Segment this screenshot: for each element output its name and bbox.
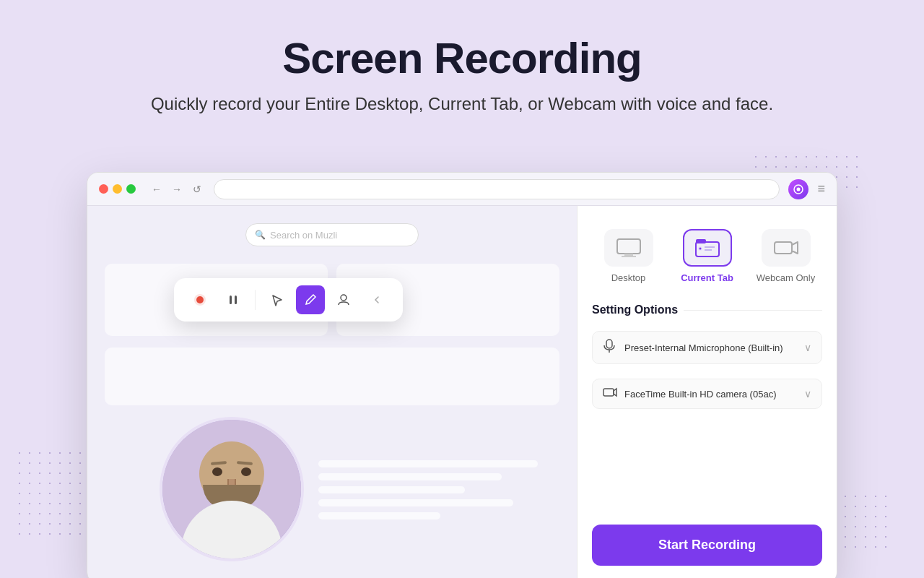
search-icon: 🔍: [255, 230, 266, 240]
camera-setting[interactable]: FaceTime Built-in HD camera (05ac) ∨: [592, 379, 822, 409]
svg-rect-4: [230, 296, 232, 304]
microphone-label: Preset-Internal Mmicrophone (Built-in): [624, 342, 797, 353]
svg-rect-5: [235, 296, 237, 304]
camera-icon: [603, 387, 617, 401]
page-preview: 🔍 Search on Muzli: [87, 206, 577, 578]
svg-point-6: [341, 295, 346, 301]
desktop-label: Desktop: [611, 272, 646, 283]
back-button[interactable]: ←: [149, 181, 165, 197]
content-lines: [318, 460, 562, 525]
line-3: [318, 486, 465, 493]
mode-selector: Desktop Current Tab: [592, 223, 822, 289]
svg-rect-16: [775, 242, 792, 254]
settings-section: Setting Options: [592, 303, 822, 316]
current-tab-icon-wrap: [683, 229, 732, 267]
line-5: [318, 512, 440, 519]
header-section: Screen Recording Quickly record your Ent…: [0, 0, 924, 139]
line-4: [318, 499, 513, 506]
current-tab-icon: [694, 238, 720, 258]
line-2: [318, 473, 502, 480]
arrow-tool-button[interactable]: [263, 285, 292, 314]
line-1: [318, 460, 538, 467]
settings-title: Setting Options: [592, 303, 822, 316]
start-recording-button[interactable]: Start Recording: [592, 525, 822, 566]
svg-rect-17: [606, 340, 612, 348]
menu-button[interactable]: ≡: [817, 181, 825, 197]
svg-rect-7: [617, 239, 640, 254]
refresh-button[interactable]: ↺: [189, 181, 205, 197]
mode-desktop[interactable]: Desktop: [592, 223, 665, 289]
nav-buttons: ← → ↺: [149, 181, 205, 197]
mode-current-tab[interactable]: Current Tab: [671, 223, 744, 289]
forward-button[interactable]: →: [169, 181, 185, 197]
record-button[interactable]: [186, 285, 214, 314]
user-tool-button[interactable]: [329, 285, 358, 314]
settings-divider: [684, 310, 822, 311]
pen-tool-button[interactable]: [296, 285, 325, 314]
svg-point-13: [699, 248, 701, 250]
browser-window: ← → ↺ ≡ 🔍 Search on Muzli: [87, 172, 837, 578]
search-placeholder: Search on Muzli: [270, 230, 337, 241]
toolbar-collapse-button[interactable]: [362, 285, 391, 314]
webcam-preview: [160, 417, 304, 561]
search-bar[interactable]: 🔍 Search on Muzli: [245, 223, 419, 246]
mode-webcam-only[interactable]: Webcam Only: [749, 223, 822, 289]
recording-toolbar: [174, 278, 403, 322]
current-tab-label: Current Tab: [681, 272, 733, 283]
maximize-button[interactable]: [126, 184, 136, 194]
svg-rect-8: [624, 254, 633, 256]
webcam-icon-wrap: [762, 229, 811, 267]
webcam-only-label: Webcam Only: [757, 272, 815, 283]
close-button[interactable]: [99, 184, 108, 194]
microphone-setting[interactable]: Preset-Internal Mmicrophone (Built-in) ∨: [592, 331, 822, 364]
desktop-icon: [616, 238, 642, 258]
page-title: Screen Recording: [72, 35, 852, 82]
svg-point-3: [196, 296, 204, 303]
content-block-wide: [105, 348, 559, 405]
recording-panel: Desktop Current Tab: [577, 206, 837, 578]
svg-rect-19: [603, 389, 614, 396]
page-subtitle: Quickly record your Entire Desktop, Curr…: [72, 91, 852, 117]
toolbar-divider: [255, 290, 256, 310]
browser-chrome: ← → ↺ ≡: [87, 173, 837, 206]
address-bar[interactable]: [214, 179, 780, 199]
microphone-chevron-icon: ∨: [804, 342, 811, 353]
browser-extension-icon[interactable]: [788, 179, 808, 199]
pause-button[interactable]: [219, 285, 248, 314]
camera-label: FaceTime Built-in HD camera (05ac): [624, 389, 797, 400]
settings-title-text: Setting Options: [592, 303, 678, 316]
person-avatar: [162, 420, 301, 558]
desktop-icon-wrap: [604, 229, 653, 267]
dots-decoration-right: [830, 491, 888, 549]
traffic-lights: [99, 184, 136, 194]
dots-decoration-left: [14, 448, 87, 535]
camera-chevron-icon: ∨: [804, 388, 811, 400]
webcam-icon: [773, 238, 799, 258]
browser-content: 🔍 Search on Muzli: [87, 206, 837, 578]
svg-point-1: [797, 187, 801, 191]
svg-rect-11: [696, 239, 706, 243]
minimize-button[interactable]: [113, 184, 122, 194]
microphone-icon: [603, 339, 617, 356]
person-body: [181, 501, 282, 558]
